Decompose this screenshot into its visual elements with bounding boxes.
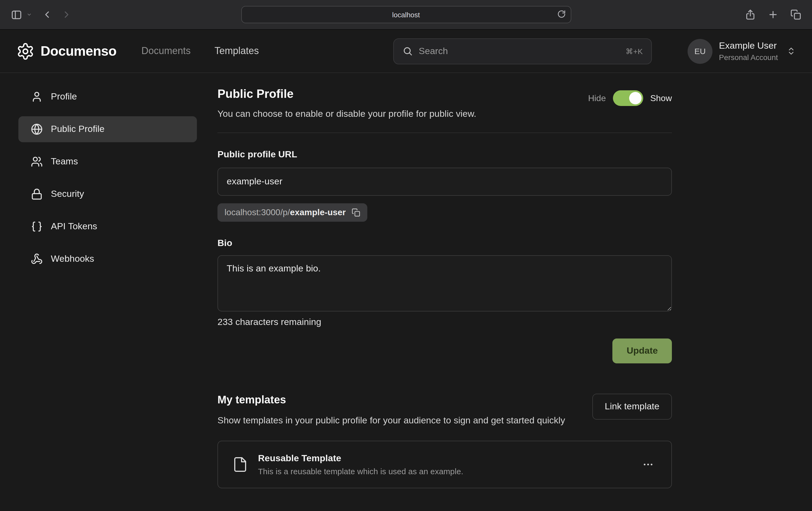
settings-sidebar: Profile Public Profile Teams Security — [0, 73, 218, 488]
back-icon[interactable] — [39, 7, 55, 22]
share-icon[interactable] — [745, 9, 756, 20]
template-list-item: Reusable Template This is a reusable tem… — [218, 441, 672, 488]
link-template-button[interactable]: Link template — [592, 394, 672, 420]
sidebar-item-public-profile[interactable]: Public Profile — [19, 116, 197, 142]
sidebar-item-label: Profile — [51, 91, 77, 102]
tab-overview-icon[interactable] — [790, 9, 801, 20]
my-templates-description: Show templates in your public profile fo… — [218, 414, 565, 428]
sidebar-item-profile[interactable]: Profile — [19, 84, 197, 110]
sidebar-toggle-icon[interactable] — [9, 7, 24, 23]
lock-icon — [31, 188, 43, 200]
nav-documents[interactable]: Documents — [142, 46, 191, 57]
search-placeholder: Search — [419, 46, 620, 57]
user-menu[interactable]: EU Example User Personal Account — [688, 39, 796, 63]
brand-name: Documenso — [40, 43, 117, 59]
sidebar-item-label: Webhooks — [51, 253, 94, 264]
sidebar-item-label: API Tokens — [51, 221, 97, 232]
nav-templates[interactable]: Templates — [214, 46, 259, 57]
my-templates-title: My templates — [218, 394, 565, 406]
avatar: EU — [688, 39, 713, 63]
divider — [218, 132, 672, 133]
forward-icon[interactable] — [59, 7, 74, 22]
search-input[interactable]: Search ⌘+K — [393, 38, 652, 64]
sidebar-item-webhooks[interactable]: Webhooks — [19, 246, 197, 272]
sidebar-item-label: Security — [51, 189, 84, 200]
bio-textarea[interactable]: This is an example bio. — [218, 255, 672, 311]
chevrons-up-down-icon — [787, 47, 796, 56]
search-icon — [403, 46, 413, 56]
profile-url-label: Public profile URL — [218, 149, 672, 160]
user-icon — [31, 91, 43, 103]
bio-label: Bio — [218, 238, 672, 249]
app-header: Documenso Documents Templates Search ⌘+K… — [0, 30, 812, 73]
page-title: Public Profile — [218, 87, 476, 101]
sidebar-item-teams[interactable]: Teams — [19, 149, 197, 175]
brand[interactable]: Documenso — [16, 42, 117, 60]
address-bar[interactable]: localhost — [241, 6, 571, 23]
sidebar-item-api-tokens[interactable]: API Tokens — [19, 214, 197, 240]
file-icon — [232, 457, 248, 473]
page-subtitle: You can choose to enable or disable your… — [218, 109, 476, 120]
hide-label: Hide — [588, 93, 606, 103]
characters-remaining: 233 characters remaining — [218, 317, 672, 328]
documenso-logo-icon — [16, 42, 35, 60]
template-menu-button[interactable] — [639, 456, 657, 474]
webhook-icon — [31, 253, 43, 265]
template-name: Reusable Template — [258, 453, 463, 464]
public-profile-settings: Public Profile You can choose to enable … — [218, 73, 672, 488]
sidebar-item-label: Public Profile — [51, 124, 105, 134]
browser-chrome: localhost — [0, 0, 812, 30]
url-text: localhost — [392, 10, 420, 19]
braces-icon — [31, 221, 43, 233]
chevron-down-icon[interactable] — [27, 12, 32, 17]
sidebar-item-security[interactable]: Security — [19, 181, 197, 207]
toggle-knob — [629, 92, 642, 104]
url-preview-text: localhost:3000/p/example-user — [225, 208, 346, 217]
user-name: Example User — [719, 40, 778, 51]
template-description: This is a reusable template which is use… — [258, 467, 463, 476]
sidebar-item-label: Teams — [51, 156, 78, 167]
show-label: Show — [650, 93, 672, 103]
profile-url-preview: localhost:3000/p/example-user — [218, 203, 367, 222]
user-account-type: Personal Account — [719, 53, 778, 62]
users-icon — [31, 156, 43, 168]
globe-icon — [31, 123, 43, 135]
visibility-toggle-row: Hide Show — [588, 90, 672, 106]
reload-icon[interactable] — [557, 10, 566, 19]
copy-icon[interactable] — [352, 208, 360, 217]
new-tab-icon[interactable] — [767, 9, 779, 20]
update-button[interactable]: Update — [613, 338, 672, 363]
search-shortcut: ⌘+K — [626, 47, 643, 55]
main-nav: Documents Templates — [142, 46, 259, 57]
profile-url-input[interactable] — [218, 168, 672, 196]
profile-visibility-toggle[interactable] — [613, 90, 643, 106]
